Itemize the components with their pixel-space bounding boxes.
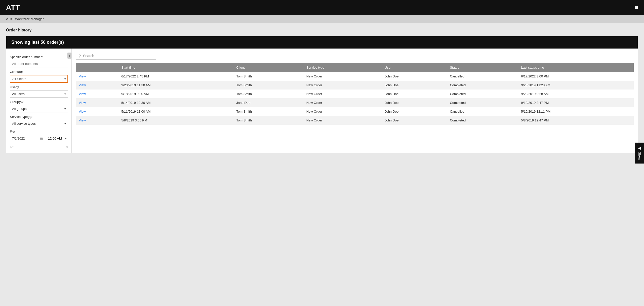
table-row: View 9/20/2019 11:30 AM Tom Smith New Or…	[76, 81, 634, 90]
users-select[interactable]: All users	[10, 90, 68, 98]
row-service-type: New Order	[303, 107, 382, 116]
row-start-time: 9/18/2019 9:00 AM	[118, 90, 233, 98]
to-row: To: ▾	[10, 145, 68, 149]
clients-select[interactable]: All clients	[10, 75, 68, 83]
card-header: Showing last 50 order(s)	[6, 36, 638, 49]
col-status: Status	[447, 63, 518, 72]
row-status: Cancelled	[447, 72, 518, 81]
service-type-select[interactable]: All service types	[10, 120, 68, 127]
users-label: User(s):	[10, 85, 68, 89]
row-service-type: New Order	[303, 81, 382, 90]
side-show-button[interactable]: ◀ Show	[635, 143, 644, 158]
table-row: View 5/14/2019 10:30 AM Jane Doe New Ord…	[76, 98, 634, 107]
row-status: Completed	[447, 116, 518, 125]
row-start-time: 5/8/2019 3:00 PM	[118, 116, 233, 125]
row-user: John Doe	[382, 98, 447, 107]
row-service-type: New Order	[303, 72, 382, 81]
search-input[interactable]	[83, 54, 153, 58]
row-start-time: 5/14/2019 10:30 AM	[118, 98, 233, 107]
row-action[interactable]: View	[76, 72, 118, 81]
col-service-type: Service type	[303, 63, 382, 72]
page-title: Order history	[6, 28, 638, 32]
from-label: From:	[10, 130, 68, 134]
row-client: Tom Smith	[233, 90, 303, 98]
main-content: Order history Showing last 50 order(s) ▲…	[0, 23, 644, 158]
view-link[interactable]: View	[79, 118, 86, 122]
row-last-status-time: 5/10/2019 12:11 PM	[518, 107, 634, 116]
col-start-time: Start time	[118, 63, 233, 72]
top-nav: ATT ≡	[0, 0, 644, 15]
table-header: Start time Client Service type User Stat…	[76, 63, 634, 72]
filter-panel: ▲ Specific order number: Client(s): All …	[6, 49, 72, 153]
from-date-input[interactable]	[10, 135, 44, 142]
specific-order-label: Specific order number:	[10, 55, 68, 59]
row-action[interactable]: View	[76, 116, 118, 125]
search-bar: ⚲	[76, 52, 156, 60]
card-body: ▲ Specific order number: Client(s): All …	[6, 49, 638, 153]
row-action[interactable]: View	[76, 98, 118, 107]
service-type-label: Service type(s):	[10, 115, 68, 119]
calendar-icon[interactable]: ▦	[40, 137, 43, 140]
row-client: Tom Smith	[233, 116, 303, 125]
row-client: Tom Smith	[233, 72, 303, 81]
row-last-status-time: 9/12/2019 2:47 PM	[518, 98, 634, 107]
scroll-indicator[interactable]: ▲	[67, 53, 71, 59]
row-start-time: 5/11/2019 11:00 AM	[118, 107, 233, 116]
row-user: John Doe	[382, 81, 447, 90]
row-user: John Doe	[382, 72, 447, 81]
groups-label: Group(s):	[10, 100, 68, 104]
users-select-wrapper: All users	[10, 90, 68, 98]
row-user: John Doe	[382, 116, 447, 125]
table-body: View 6/17/2022 2:45 PM Tom Smith New Ord…	[76, 72, 634, 125]
row-status: Completed	[447, 98, 518, 107]
view-link[interactable]: View	[79, 83, 86, 87]
clients-label: Client(s):	[10, 70, 68, 74]
row-action[interactable]: View	[76, 90, 118, 98]
col-client: Client	[233, 63, 303, 72]
groups-select[interactable]: All groups	[10, 105, 68, 112]
col-last-status-time: Last status time	[518, 63, 634, 72]
row-last-status-time: 9/20/2019 9:28 AM	[518, 90, 634, 98]
row-last-status-time: 9/20/2019 11:28 AM	[518, 81, 634, 90]
row-service-type: New Order	[303, 98, 382, 107]
row-service-type: New Order	[303, 90, 382, 98]
table-row: View 5/11/2019 11:00 AM Tom Smith New Or…	[76, 107, 634, 116]
row-service-type: New Order	[303, 116, 382, 125]
menu-icon[interactable]: ≡	[635, 4, 638, 11]
view-link[interactable]: View	[79, 110, 86, 113]
row-last-status-time: 5/8/2019 12:47 PM	[518, 116, 634, 125]
row-action[interactable]: View	[76, 81, 118, 90]
view-link[interactable]: View	[79, 74, 86, 78]
from-date-wrapper: ▦	[10, 135, 44, 142]
row-client: Tom Smith	[233, 107, 303, 116]
from-time-select[interactable]: 12:00 AM	[46, 135, 68, 142]
clients-select-wrapper: All clients	[10, 75, 68, 83]
row-status: Cancelled	[447, 107, 518, 116]
search-icon: ⚲	[78, 54, 81, 58]
row-user: John Doe	[382, 90, 447, 98]
view-link[interactable]: View	[79, 92, 86, 96]
side-arrow-icon: ◀	[638, 146, 641, 150]
specific-order-input[interactable]	[10, 60, 68, 67]
col-user: User	[382, 63, 447, 72]
app-logo: ATT	[6, 4, 20, 12]
row-client: Tom Smith	[233, 81, 303, 90]
from-date-row: ▦ 12:00 AM	[10, 135, 68, 142]
row-action[interactable]: View	[76, 107, 118, 116]
order-history-card: Showing last 50 order(s) ▲ Specific orde…	[6, 36, 638, 153]
row-status: Completed	[447, 81, 518, 90]
col-action	[76, 63, 118, 72]
table-row: View 6/17/2022 2:45 PM Tom Smith New Ord…	[76, 72, 634, 81]
to-chevron-icon[interactable]: ▾	[66, 145, 68, 149]
service-type-select-wrapper: All service types	[10, 120, 68, 127]
row-user: John Doe	[382, 107, 447, 116]
row-start-time: 6/17/2022 2:45 PM	[118, 72, 233, 81]
row-last-status-time: 6/17/2022 3:00 PM	[518, 72, 634, 81]
orders-table: Start time Client Service type User Stat…	[76, 63, 634, 125]
row-start-time: 9/20/2019 11:30 AM	[118, 81, 233, 90]
side-show-label: Show	[638, 152, 641, 158]
right-panel: ⚲ Start time Client Service type User St…	[72, 49, 638, 153]
sub-nav: AT&T Workforce Manager	[0, 15, 644, 23]
from-time-wrapper: 12:00 AM	[46, 135, 68, 142]
view-link[interactable]: View	[79, 101, 86, 105]
